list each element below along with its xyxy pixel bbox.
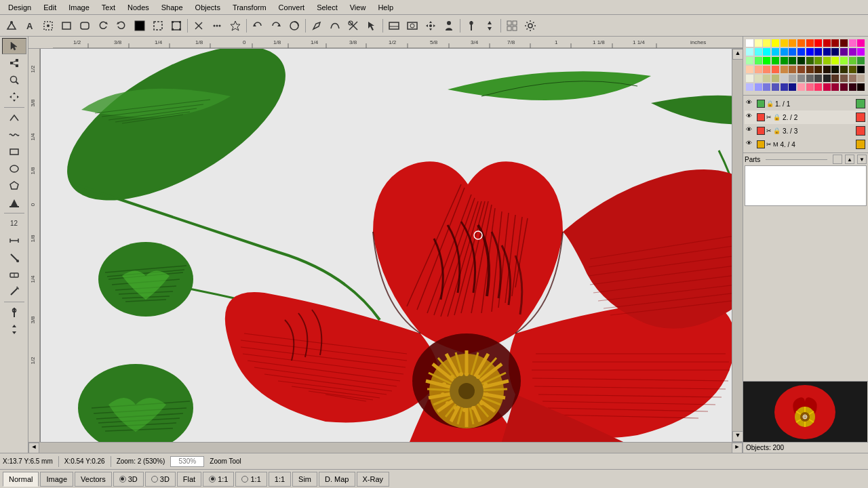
parts-btn-2[interactable]: ▲ [845,155,854,164]
tool-grid[interactable] [503,17,521,35]
palette-cell[interactable] [831,39,839,47]
palette-cell[interactable] [814,39,822,47]
tool-wand[interactable] [2,283,26,300]
palette-cell[interactable] [823,57,831,64]
palette-cell[interactable] [763,75,770,82]
canvas-vscroll[interactable]: ▲ ▼ [732,49,743,442]
palette-cell[interactable] [789,75,796,82]
menu-design[interactable]: Design [3,2,37,13]
tool-rounded-rect[interactable] [76,17,94,35]
tool-person[interactable] [440,17,458,35]
tool-arrows-left[interactable] [2,321,26,338]
menu-nodes[interactable]: Nodes [122,2,155,13]
menu-image[interactable]: Image [63,2,95,13]
palette-cell[interactable] [746,75,753,82]
palette-cell[interactable] [831,57,839,64]
palette-cell[interactable] [840,83,848,91]
tool-fill-left[interactable] [2,195,26,211]
tool-up-down[interactable] [481,17,498,35]
palette-cell[interactable] [831,83,839,91]
tool-star[interactable] [226,17,244,35]
tool-select-transform[interactable] [167,17,185,35]
palette-cell[interactable] [814,66,822,73]
menu-edit[interactable]: Edit [38,2,62,13]
palette-cell[interactable] [797,57,805,64]
parts-btn-1[interactable] [833,155,842,164]
tool-pointer[interactable] [363,17,380,35]
palette-cell[interactable] [849,39,856,47]
palette-cell[interactable] [781,66,788,73]
tool-move[interactable] [422,17,439,35]
tab-normal[interactable]: Normal [3,472,39,487]
tool-pen[interactable] [308,17,326,35]
tool-squiggle[interactable] [2,127,26,143]
palette-cell[interactable] [772,75,779,82]
tool-redo[interactable] [267,17,285,35]
parts-btn-3[interactable]: ▼ [857,155,867,164]
palette-cell[interactable] [763,48,770,56]
tool-undo[interactable] [249,17,267,35]
tool-select-rect[interactable] [149,17,167,35]
layer-eye-2[interactable]: 👁 [746,113,755,122]
tool-draw-stitch[interactable] [2,110,26,126]
menu-convert[interactable]: Convert [273,2,311,13]
tool-zoom-left[interactable] [2,72,26,88]
palette-cell[interactable] [840,48,848,56]
tool-eraser-left[interactable] [2,266,26,283]
tool-dots[interactable] [208,17,226,35]
tab-3d-1[interactable]: 3D [113,472,144,487]
palette-cell[interactable] [746,83,753,91]
palette-cell[interactable] [781,83,788,91]
palette-cell[interactable] [755,39,762,47]
palette-cell[interactable] [849,66,856,73]
layer-item-3[interactable]: 👁 ✂ 🔒 3. / 3 [745,124,867,138]
palette-cell[interactable] [755,75,762,82]
tool-cross[interactable] [190,17,208,35]
palette-cell[interactable] [789,39,796,47]
palette-cell[interactable] [831,66,839,73]
palette-cell[interactable] [763,66,770,73]
layer-item-2[interactable]: 👁 ✂ 🔒 2. / 2 [745,110,867,124]
tab-xray[interactable]: X-Ray [357,472,390,487]
palette-cell[interactable] [797,83,805,91]
palette-cell[interactable] [823,66,831,73]
palette-cell[interactable] [814,83,822,91]
palette-cell[interactable] [755,66,762,73]
palette-cell[interactable] [814,57,822,64]
palette-cell[interactable] [763,39,770,47]
menu-select[interactable]: Select [311,2,343,13]
palette-cell[interactable] [849,48,856,56]
layer-eye-4[interactable]: 👁 [746,140,755,149]
palette-cell[interactable] [789,83,796,91]
palette-cell[interactable] [840,75,848,82]
tool-curve[interactable] [326,17,344,35]
tool-text[interactable]: A [21,17,39,35]
vscroll-up[interactable]: ▲ [732,49,743,60]
palette-cell[interactable] [797,48,805,56]
tab-11-3[interactable]: 1:1 [269,472,291,487]
palette-cell[interactable] [772,66,779,73]
menu-shape[interactable]: Shape [156,2,189,13]
tool-display1[interactable] [385,17,403,35]
tab-sim[interactable]: Sim [292,472,317,487]
palette-cell[interactable] [806,75,814,82]
palette-cell[interactable] [806,48,814,56]
palette-cell[interactable] [781,57,788,64]
tool-shape-rect[interactable] [2,144,26,160]
tool-shape-circle[interactable] [2,161,26,177]
palette-cell[interactable] [806,57,814,64]
palette-cell[interactable] [781,48,788,56]
tool-rotate-cw[interactable] [94,17,112,35]
tool-settings[interactable] [521,17,539,35]
palette-cell[interactable] [857,39,865,47]
vscroll-down[interactable]: ▼ [732,431,743,442]
layer-item-1[interactable]: 👁 🔒 1. / 1 [745,97,867,110]
palette-cell[interactable] [849,83,856,91]
tool-transform[interactable] [39,17,57,35]
tool-fill[interactable] [131,17,149,35]
palette-cell[interactable] [806,66,814,73]
menu-text[interactable]: Text [96,2,121,13]
tool-measure-left[interactable] [2,232,26,249]
menu-view[interactable]: View [344,2,372,13]
palette-cell[interactable] [840,39,848,47]
